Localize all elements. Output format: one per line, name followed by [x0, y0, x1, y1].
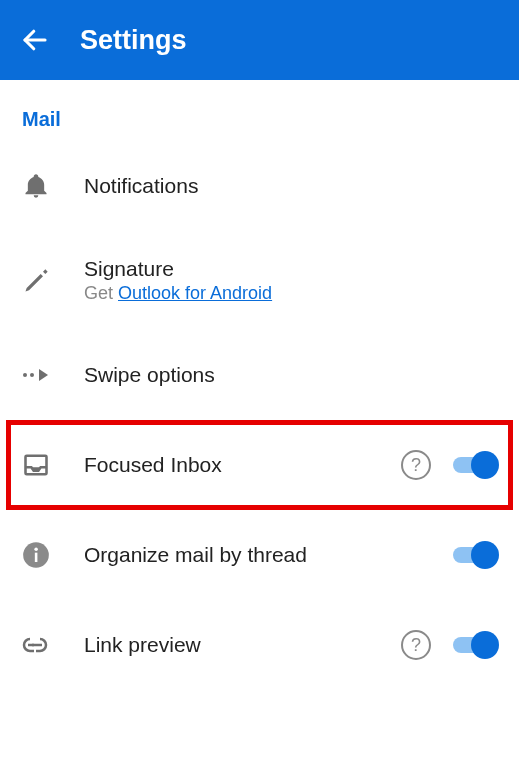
row-notifications[interactable]: Notifications [0, 141, 519, 231]
inbox-icon [22, 451, 84, 479]
help-icon[interactable]: ? [401, 630, 431, 660]
info-icon [22, 541, 84, 569]
row-title: Organize mail by thread [84, 543, 449, 567]
section-label-mail: Mail [0, 80, 519, 141]
outlook-android-link[interactable]: Outlook for Android [118, 283, 272, 303]
bell-icon [22, 172, 84, 200]
focused-inbox-toggle[interactable] [449, 451, 497, 479]
row-title: Signature [84, 257, 497, 281]
pen-icon [22, 267, 84, 295]
svg-point-7 [34, 547, 38, 551]
svg-point-1 [23, 373, 27, 377]
back-button[interactable] [20, 25, 50, 55]
row-title: Notifications [84, 174, 497, 198]
link-preview-toggle[interactable] [449, 631, 497, 659]
row-title: Focused Inbox [84, 453, 401, 477]
arrow-left-icon [20, 25, 50, 55]
row-organize-thread[interactable]: Organize mail by thread [0, 510, 519, 600]
organize-thread-toggle[interactable] [449, 541, 497, 569]
settings-list: Notifications Signature Get Outlook for … [0, 141, 519, 690]
row-swipe-options[interactable]: Swipe options [0, 330, 519, 420]
app-header: Settings [0, 0, 519, 80]
row-title: Link preview [84, 633, 401, 657]
svg-rect-6 [35, 553, 38, 562]
svg-point-2 [30, 373, 34, 377]
row-link-preview[interactable]: Link preview ? [0, 600, 519, 690]
link-icon [22, 637, 84, 653]
row-signature[interactable]: Signature Get Outlook for Android [0, 231, 519, 330]
svg-marker-3 [39, 369, 48, 381]
row-focused-inbox[interactable]: Focused Inbox ? [6, 420, 513, 510]
sub-prefix: Get [84, 283, 118, 303]
swipe-icon [22, 365, 84, 385]
help-icon[interactable]: ? [401, 450, 431, 480]
row-title: Swipe options [84, 363, 497, 387]
row-subtitle: Get Outlook for Android [84, 283, 497, 304]
page-title: Settings [80, 25, 187, 56]
